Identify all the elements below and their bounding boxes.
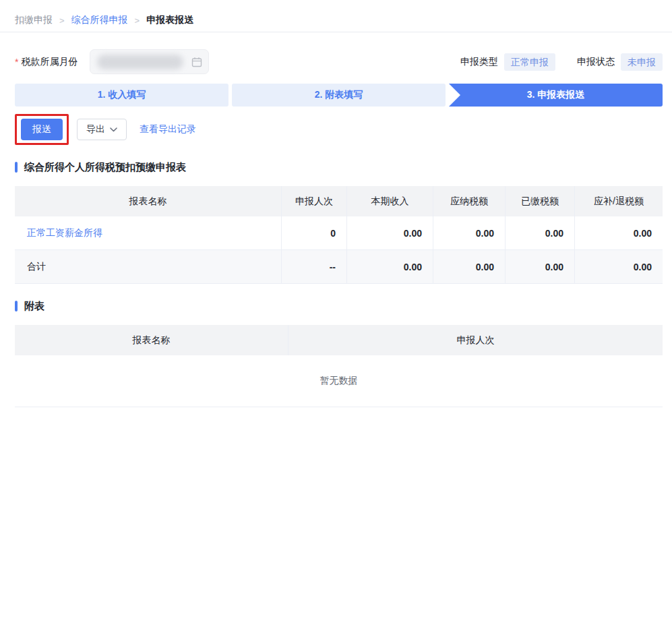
filter-row: * 税款所属月份 申报类型 正常申报 申报状态 未申报 xyxy=(15,49,663,74)
tax-payable-cell: 0.00 xyxy=(433,216,506,249)
title-accent-bar xyxy=(15,162,18,173)
declaration-status-label: 申报状态 xyxy=(577,56,615,68)
step-1-income-entry[interactable]: 1. 收入填写 xyxy=(15,84,228,107)
calendar-icon[interactable] xyxy=(191,57,202,67)
tax-month-input[interactable] xyxy=(90,49,209,74)
tax-due-refund-cell: 0.00 xyxy=(575,250,663,283)
declaration-meta: 申报类型 正常申报 申报状态 未申报 xyxy=(460,53,663,71)
main-table-section-title: 综合所得个人所得税预扣预缴申报表 xyxy=(15,160,663,174)
column-header: 申报人次 xyxy=(282,186,347,216)
empty-state-text: 暂无数据 xyxy=(320,375,358,387)
breadcrumb-separator-icon: > xyxy=(135,16,140,26)
red-highlight-annotation: 报送 xyxy=(15,114,69,145)
empty-state: 暂无数据 xyxy=(15,355,663,407)
step-indicator: 1. 收入填写 2. 附表填写 3. 申报表报送 xyxy=(15,84,663,107)
column-header: 本期收入 xyxy=(347,186,433,216)
main-table: 报表名称 申报人次 本期收入 应纳税额 已缴税额 应补/退税额 正常工资薪金所得… xyxy=(15,186,663,284)
submit-button[interactable]: 报送 xyxy=(21,119,63,140)
declaration-status-badge: 未申报 xyxy=(621,53,663,71)
declared-count-cell: -- xyxy=(282,250,347,283)
chevron-down-icon xyxy=(110,127,117,132)
table-row-total: 合计 -- 0.00 0.00 0.00 0.00 xyxy=(15,250,663,284)
appendix-title: 附表 xyxy=(24,300,44,313)
current-income-cell: 0.00 xyxy=(347,250,433,283)
table-row-normal-salary: 正常工资薪金所得 0 0.00 0.00 0.00 0.00 xyxy=(15,216,663,250)
tax-due-refund-cell: 0.00 xyxy=(575,216,663,249)
declaration-type-badge: 正常申报 xyxy=(504,53,555,71)
tax-payable-cell: 0.00 xyxy=(433,250,506,283)
appendix-table-header-row: 报表名称 申报人次 xyxy=(15,325,663,355)
export-button-label: 导出 xyxy=(86,123,105,136)
breadcrumb: 扣缴申报 > 综合所得申报 > 申报表报送 xyxy=(0,0,672,26)
step-3-report-submission[interactable]: 3. 申报表报送 xyxy=(449,84,663,107)
export-dropdown-button[interactable]: 导出 xyxy=(77,119,127,140)
total-label: 合计 xyxy=(27,261,46,273)
step-2-appendix-entry[interactable]: 2. 附表填写 xyxy=(232,84,446,107)
redacted-date-value xyxy=(97,55,183,69)
main-table-header-row: 报表名称 申报人次 本期收入 应纳税额 已缴税额 应补/退税额 xyxy=(15,186,663,216)
tax-month-label: 税款所属月份 xyxy=(21,56,78,68)
appendix-section-title: 附表 xyxy=(15,299,663,313)
column-header: 报表名称 xyxy=(15,325,288,355)
tax-paid-cell: 0.00 xyxy=(506,250,575,283)
toolbar: 报送 导出 查看导出记录 xyxy=(15,114,663,145)
column-header: 已缴税额 xyxy=(506,186,575,216)
declaration-type-label: 申报类型 xyxy=(460,56,498,68)
declared-count-cell: 0 xyxy=(282,216,347,249)
breadcrumb-item-comprehensive-income[interactable]: 综合所得申报 xyxy=(71,14,128,26)
appendix-table: 报表名称 申报人次 暂无数据 xyxy=(15,325,663,407)
current-income-cell: 0.00 xyxy=(347,216,433,249)
breadcrumb-item-current-page: 申报表报送 xyxy=(146,14,193,26)
title-accent-bar xyxy=(15,301,18,312)
required-asterisk: * xyxy=(15,57,18,67)
main-table-title: 综合所得个人所得税预扣预缴申报表 xyxy=(24,161,186,174)
breadcrumb-item-withholding[interactable]: 扣缴申报 xyxy=(15,14,53,26)
column-header: 报表名称 xyxy=(15,186,282,216)
header-divider xyxy=(0,32,672,32)
column-header: 申报人次 xyxy=(288,325,663,355)
column-header: 应补/退税额 xyxy=(575,186,663,216)
breadcrumb-separator-icon: > xyxy=(59,16,65,26)
column-header: 应纳税额 xyxy=(433,186,506,216)
tax-paid-cell: 0.00 xyxy=(506,216,575,249)
view-export-records-link[interactable]: 查看导出记录 xyxy=(140,123,196,136)
report-name-link[interactable]: 正常工资薪金所得 xyxy=(27,227,102,239)
